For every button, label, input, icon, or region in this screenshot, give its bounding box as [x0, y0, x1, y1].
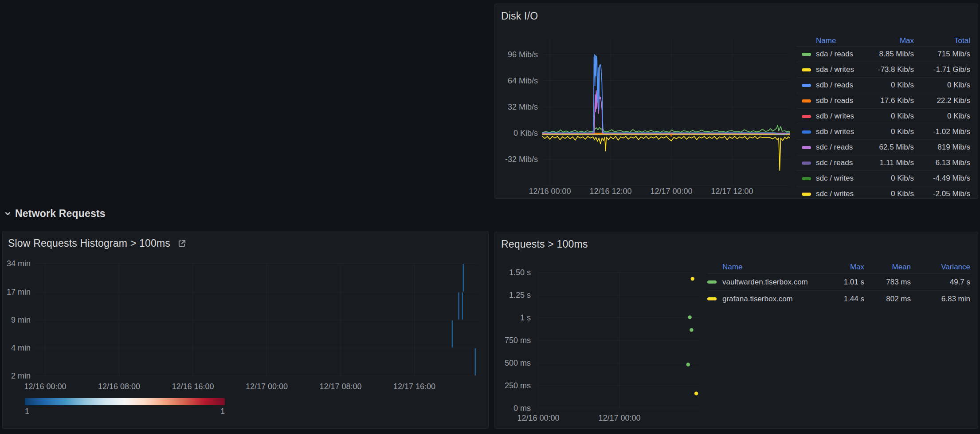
disk-legend-cell-name[interactable]: sdb / reads — [816, 81, 865, 90]
svg-text:12/16 08:00: 12/16 08:00 — [98, 382, 140, 391]
svg-text:9 min: 9 min — [11, 316, 31, 324]
disk-legend-row[interactable]: sda / reads8.85 Mib/s715 Mib/s — [796, 46, 970, 62]
series-color-swatch — [707, 297, 717, 300]
disk-legend-cell-name[interactable]: sdc / writes — [816, 189, 865, 198]
svg-text:34 min: 34 min — [7, 259, 31, 268]
series-color-swatch — [802, 115, 811, 118]
svg-text:17 min: 17 min — [7, 288, 31, 296]
disk-legend-cell-total: -1.02 Mib/s — [914, 127, 970, 136]
disk-legend-cell-name[interactable]: sdc / writes — [816, 174, 865, 183]
disk-legend-col-total[interactable]: Total — [914, 36, 970, 45]
heatmap-cell — [462, 292, 463, 320]
disk-legend-cell-total: 22.2 Kib/s — [914, 96, 970, 105]
disk-legend-row[interactable]: sdb / writes0 Kib/s-1.02 Mib/s — [796, 124, 970, 139]
section-title: Network Requests — [15, 208, 106, 220]
disk-legend-col-max[interactable]: Max — [865, 36, 914, 45]
svg-text:12/17 00:00: 12/17 00:00 — [650, 187, 692, 196]
disk-legend-cell-name[interactable]: sdb / writes — [816, 127, 865, 136]
disk-legend-cell-max: 0 Kib/s — [865, 112, 914, 121]
disk-legend-cell-max: 0 Kib/s — [865, 127, 914, 136]
disk-legend-cell-total: -4.49 Mib/s — [914, 174, 970, 183]
disk-legend-cell-name[interactable]: sdb / reads — [816, 96, 865, 105]
svg-text:0 Kib/s: 0 Kib/s — [514, 129, 538, 138]
scatter-point — [688, 316, 691, 319]
requests-legend-cell-max: 1.01 s — [815, 278, 864, 287]
heatmap-cell — [475, 348, 476, 375]
dashboard-canvas: 96 Mib/s64 Mib/s32 Mib/s0 Kib/s-32 Mib/s… — [0, 0, 980, 434]
disk-legend-cell-name[interactable]: sdb / writes — [816, 112, 865, 121]
disk-legend-cell-name[interactable]: sda / reads — [816, 50, 865, 59]
external-link-icon[interactable] — [177, 239, 187, 248]
heatmap-cell — [452, 320, 453, 347]
requests-legend-cell-variance: 49.7 s — [911, 278, 970, 287]
disk-legend-cell-max: 0 Kib/s — [865, 81, 914, 90]
series-color-swatch — [802, 53, 811, 56]
disk-legend-cell-max: 62.5 Mib/s — [865, 143, 914, 152]
svg-text:12/17 00:00: 12/17 00:00 — [598, 414, 640, 422]
panel-disk-io: 96 Mib/s64 Mib/s32 Mib/s0 Kib/s-32 Mib/s… — [494, 4, 978, 199]
disk-legend-row[interactable]: sdc / reads62.5 Mib/s819 Mib/s — [796, 139, 970, 155]
disk-legend-cell-max: -73.8 Kib/s — [865, 65, 914, 74]
svg-text:12/17 16:00: 12/17 16:00 — [393, 382, 435, 391]
disk-legend-row[interactable]: sdc / writes0 Kib/s-2.05 Mib/s — [796, 186, 970, 199]
scale-min-label: 1 — [25, 407, 29, 416]
series-color-swatch — [802, 68, 811, 71]
requests-legend-header-row: NameMaxMeanVariance — [707, 261, 970, 273]
disk-legend-cell-total: 715 Mib/s — [914, 50, 970, 59]
requests-legend-col-name[interactable]: Name — [722, 263, 815, 272]
svg-text:12/16 00:00: 12/16 00:00 — [24, 382, 66, 391]
svg-text:32 Mib/s: 32 Mib/s — [508, 103, 538, 111]
panel-title-requests[interactable]: Requests > 100ms — [501, 238, 588, 250]
panel-requests-100ms: 1.50 s1.25 s1 s750 ms500 ms250 ms0 ms12/… — [494, 232, 978, 429]
series-color-swatch — [802, 84, 811, 87]
svg-text:250 ms: 250 ms — [505, 381, 531, 390]
svg-text:12/16 12:00: 12/16 12:00 — [589, 187, 631, 196]
panel-title-slow-requests[interactable]: Slow Requests Histogram > 100ms — [8, 237, 187, 249]
panel-title-disk-io[interactable]: Disk I/O — [501, 10, 538, 22]
requests-legend-col-max[interactable]: Max — [815, 263, 864, 272]
disk-legend-cell-name[interactable]: sdc / reads — [816, 143, 865, 152]
disk-legend-cell-max: 8.85 Mib/s — [865, 50, 914, 59]
svg-text:2 min: 2 min — [11, 371, 31, 380]
chevron-down-icon — [4, 210, 11, 217]
disk-legend-cell-name[interactable]: sdc / reads — [816, 158, 865, 167]
series-sdb-reads-spike — [542, 55, 790, 134]
svg-text:4 min: 4 min — [11, 343, 31, 352]
disk-legend-cell-total: -2.05 Mib/s — [914, 189, 970, 198]
series-color-swatch — [802, 177, 811, 180]
heatmap-color-scale — [25, 398, 225, 405]
disk-legend-row[interactable]: sdb / reads0 Kib/s0 Kib/s — [796, 77, 970, 93]
panel-slow-requests-histogram: 34 min17 min9 min4 min2 min12/16 00:0012… — [2, 231, 489, 429]
disk-legend-cell-total: -1.71 Gib/s — [914, 65, 970, 74]
disk-legend-row[interactable]: sdb / reads17.6 Kib/s22.2 Kib/s — [796, 93, 970, 108]
disk-legend-row[interactable]: sdc / reads1.11 Mib/s6.13 Mib/s — [796, 155, 970, 170]
requests-legend-cell-max: 1.44 s — [815, 295, 864, 304]
section-network-requests[interactable]: Network Requests — [4, 208, 106, 220]
requests-legend-row[interactable]: grafana.tiserbox.com1.44 s802 ms6.83 min — [707, 290, 970, 307]
series-color-swatch — [802, 130, 811, 134]
requests-legend-cell-name[interactable]: vaultwarden.tiserbox.com — [722, 278, 815, 287]
scale-max-label: 1 — [220, 407, 225, 416]
disk-legend-header-row: NameMaxTotal — [796, 35, 970, 46]
scatter-point — [686, 363, 690, 366]
disk-legend-cell-name[interactable]: sda / writes — [816, 65, 865, 74]
requests-legend-col-mean[interactable]: Mean — [864, 263, 911, 272]
series-sda-writes — [542, 136, 790, 170]
svg-text:12/16 00:00: 12/16 00:00 — [517, 414, 559, 422]
disk-legend-row[interactable]: sda / writes-73.8 Kib/s-1.71 Gib/s — [796, 62, 970, 77]
svg-text:0 ms: 0 ms — [514, 404, 531, 413]
scatter-point — [691, 277, 694, 280]
disk-legend-col-name[interactable]: Name — [816, 36, 865, 45]
disk-legend-cell-total: 819 Mib/s — [914, 143, 970, 152]
requests-legend-cell-name[interactable]: grafana.tiserbox.com — [722, 295, 815, 304]
svg-text:12/16 16:00: 12/16 16:00 — [172, 382, 214, 391]
disk-legend-row[interactable]: sdb / writes0 Kib/s0 Kib/s — [796, 108, 970, 124]
disk-legend-cell-max: 0 Kib/s — [865, 174, 914, 183]
requests-legend-col-variance[interactable]: Variance — [911, 263, 970, 272]
series-color-swatch — [802, 146, 811, 149]
requests-legend-row[interactable]: vaultwarden.tiserbox.com1.01 s783 ms49.7… — [707, 273, 970, 290]
series-color-swatch — [802, 99, 811, 103]
disk-legend-row[interactable]: sdc / writes0 Kib/s-4.49 Mib/s — [796, 170, 970, 186]
svg-text:750 ms: 750 ms — [505, 336, 531, 345]
scatter-point — [690, 328, 693, 331]
